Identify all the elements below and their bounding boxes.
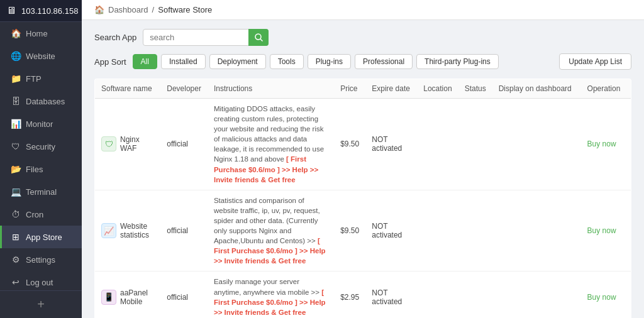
app-status: [458, 99, 492, 190]
col-header-status: Status: [458, 79, 492, 99]
app-price: $9.50: [334, 99, 365, 190]
sidebar: 🖥 103.110.86.158 0 🏠 Home 🌐 Website 📁 FT…: [0, 0, 82, 318]
buy-now-button[interactable]: Buy now: [587, 293, 616, 302]
sidebar-item-ftp[interactable]: 📁 FTP: [0, 67, 82, 90]
breadcrumb-current: Software Store: [158, 5, 212, 14]
app-table: Software name Developer Instructions Pri…: [94, 79, 631, 318]
breadcrumb: 🏠 Dashboard / Software Store: [82, 0, 644, 20]
monitor-icon: 🖥: [6, 5, 16, 16]
filter-btn-professional[interactable]: Professional: [355, 54, 413, 69]
aapanel-icon: 📱: [101, 290, 116, 305]
sidebar-item-settings[interactable]: ⚙ Settings: [0, 248, 82, 271]
monitor-nav-icon: 📊: [11, 119, 21, 129]
sidebar-item-label: Security: [26, 142, 55, 151]
col-header-price: Price: [334, 79, 365, 99]
ftp-icon: 📁: [11, 74, 21, 84]
app-instructions: Statistics and comparison of website tra…: [208, 190, 334, 271]
app-developer: official: [160, 271, 208, 318]
logout-icon: ↩: [11, 277, 21, 287]
filter-btn-plugins[interactable]: Plug-ins: [308, 54, 351, 69]
cron-icon: ⏱: [11, 209, 21, 219]
breadcrumb-separator: /: [152, 5, 155, 14]
app-developer: official: [160, 190, 208, 271]
appstore-icon: ⊞: [11, 232, 21, 242]
sidebar-nav: 🏠 Home 🌐 Website 📁 FTP 🗄 Databases 📊 Mon…: [0, 22, 82, 290]
sidebar-item-label: Cron: [26, 210, 43, 219]
website-icon: 🌐: [11, 51, 21, 61]
databases-icon: 🗄: [11, 96, 21, 106]
sidebar-item-appstore[interactable]: ⊞ App Store: [0, 226, 82, 248]
sidebar-item-label: Databases: [26, 97, 65, 106]
breadcrumb-home-icon: 🏠: [94, 5, 104, 14]
security-icon: 🛡: [11, 141, 21, 151]
sidebar-item-label: Monitor: [26, 119, 53, 129]
app-location: [417, 271, 458, 318]
instructions-text: Easily manage your server anytime, anywh…: [214, 278, 319, 295]
filter-btn-tools[interactable]: Tools: [270, 54, 304, 69]
app-developer: official: [160, 99, 208, 190]
app-expire: NOT activated: [365, 190, 417, 271]
app-status: [458, 271, 492, 318]
sidebar-item-files[interactable]: 📂 Files: [0, 158, 82, 180]
sidebar-header: 🖥 103.110.86.158 0: [0, 0, 82, 22]
files-icon: 📂: [11, 164, 21, 174]
search-button[interactable]: [248, 29, 269, 46]
app-name-cell: 📈 Website statistics: [95, 190, 161, 271]
search-icon: [255, 33, 263, 41]
app-location: [417, 99, 458, 190]
nginx-waf-icon: 🛡: [101, 136, 116, 151]
sidebar-item-terminal[interactable]: 💻 Terminal: [0, 180, 82, 203]
buy-now-button[interactable]: Buy now: [587, 140, 616, 148]
buy-now-button[interactable]: Buy now: [587, 226, 616, 235]
col-header-expire: Expire date: [365, 79, 417, 99]
app-name: Nginx WAF: [120, 135, 154, 153]
col-header-instructions: Instructions: [208, 79, 334, 99]
content-area: Search App App Sort All Installed Deploy…: [82, 20, 644, 318]
sidebar-item-databases[interactable]: 🗄 Databases: [0, 90, 82, 112]
sidebar-item-label: Terminal: [26, 187, 57, 197]
app-instructions: Easily manage your server anytime, anywh…: [208, 271, 334, 318]
app-price: $9.50: [334, 190, 365, 271]
sidebar-item-label: Website: [26, 52, 55, 61]
app-expire: NOT activated: [365, 99, 417, 190]
instructions-text: Statistics and comparison of website tra…: [214, 197, 320, 244]
filter-label: App Sort: [94, 57, 126, 67]
filter-btn-third-party[interactable]: Third-party Plug-ins: [416, 54, 499, 69]
filter-btn-installed[interactable]: Installed: [161, 54, 206, 69]
table-row: 📈 Website statistics official Statistics…: [95, 190, 631, 271]
search-label: Search App: [94, 33, 136, 42]
col-header-location: Location: [417, 79, 458, 99]
sidebar-item-website[interactable]: 🌐 Website: [0, 45, 82, 67]
add-button[interactable]: +: [0, 290, 82, 318]
sidebar-item-label: Settings: [26, 255, 55, 265]
sidebar-item-logout[interactable]: ↩ Log out: [0, 271, 82, 290]
app-dashboard: [492, 271, 581, 318]
sidebar-item-cron[interactable]: ⏱ Cron: [0, 203, 82, 226]
main-content: 🏠 Dashboard / Software Store Search App …: [82, 0, 644, 318]
filter-btn-all[interactable]: All: [133, 54, 157, 69]
filter-btn-deployment[interactable]: Deployment: [209, 54, 266, 69]
sidebar-item-label: Home: [26, 29, 48, 38]
breadcrumb-home: Dashboard: [108, 5, 148, 14]
app-instructions: Mitigating DDOS attacks, easily creating…: [208, 99, 334, 190]
home-icon: 🏠: [11, 28, 21, 38]
website-stats-icon: 📈: [101, 223, 116, 238]
search-input-wrap: [143, 29, 269, 46]
update-app-list-button[interactable]: Update App List: [559, 53, 631, 70]
app-status: [458, 190, 492, 271]
app-name-cell: 📱 aaPanel Mobile: [95, 271, 161, 318]
filter-row: App Sort All Installed Deployment Tools …: [94, 53, 631, 70]
terminal-icon: 💻: [11, 187, 21, 197]
table-row: 📱 aaPanel Mobile official Easily manage …: [95, 271, 631, 318]
app-dashboard: [492, 190, 581, 271]
sidebar-item-label: App Store: [26, 233, 62, 242]
app-name: Website statistics: [120, 222, 154, 239]
sidebar-item-security[interactable]: 🛡 Security: [0, 135, 82, 158]
sidebar-item-monitor[interactable]: 📊 Monitor: [0, 112, 82, 135]
search-row: Search App: [94, 29, 631, 46]
app-location: [417, 190, 458, 271]
col-header-dashboard: Display on dashboard: [492, 79, 581, 99]
sidebar-item-home[interactable]: 🏠 Home: [0, 22, 82, 45]
server-ip: 103.110.86.158: [21, 6, 78, 16]
app-dashboard: [492, 99, 581, 190]
